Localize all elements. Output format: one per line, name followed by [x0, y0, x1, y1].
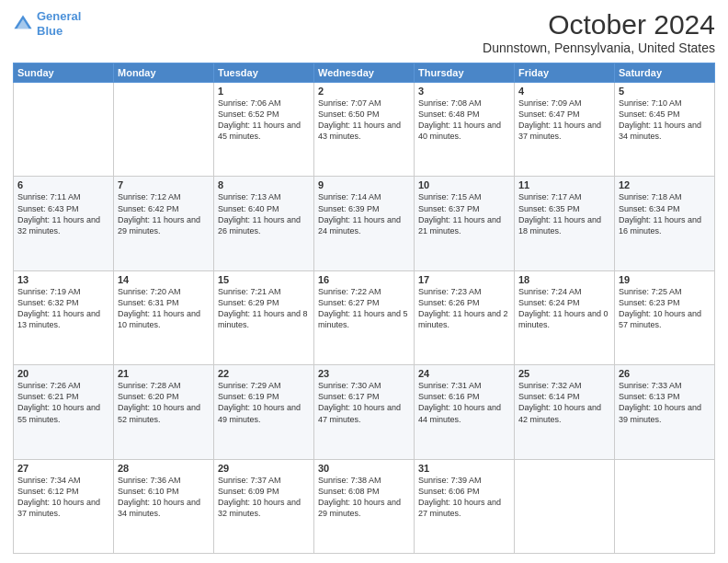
calendar-cell	[615, 459, 715, 553]
day-info: Sunrise: 7:29 AM Sunset: 6:19 PM Dayligh…	[218, 380, 310, 425]
logo-text: General Blue	[37, 9, 81, 38]
calendar-cell: 13Sunrise: 7:19 AM Sunset: 6:32 PM Dayli…	[14, 270, 114, 364]
day-number: 19	[619, 274, 711, 285]
day-number: 10	[418, 179, 510, 190]
day-info: Sunrise: 7:07 AM Sunset: 6:50 PM Dayligh…	[318, 98, 410, 143]
day-info: Sunrise: 7:17 AM Sunset: 6:35 PM Dayligh…	[518, 191, 610, 236]
weekday-header-saturday: Saturday	[615, 63, 715, 83]
day-number: 1	[218, 86, 310, 97]
day-number: 24	[418, 368, 510, 379]
day-number: 29	[218, 463, 310, 474]
day-info: Sunrise: 7:23 AM Sunset: 6:26 PM Dayligh…	[418, 286, 510, 331]
calendar-row-2: 13Sunrise: 7:19 AM Sunset: 6:32 PM Dayli…	[14, 270, 715, 364]
calendar-cell	[515, 459, 615, 553]
day-number: 22	[218, 368, 310, 379]
calendar-cell: 12Sunrise: 7:18 AM Sunset: 6:34 PM Dayli…	[615, 177, 715, 270]
calendar-cell: 17Sunrise: 7:23 AM Sunset: 6:26 PM Dayli…	[415, 270, 515, 364]
calendar-cell: 29Sunrise: 7:37 AM Sunset: 6:09 PM Dayli…	[214, 459, 314, 553]
main-title: October 2024	[483, 9, 715, 40]
day-info: Sunrise: 7:06 AM Sunset: 6:52 PM Dayligh…	[218, 98, 310, 143]
day-info: Sunrise: 7:38 AM Sunset: 6:08 PM Dayligh…	[318, 475, 410, 520]
day-number: 2	[318, 86, 410, 97]
day-info: Sunrise: 7:09 AM Sunset: 6:47 PM Dayligh…	[518, 98, 610, 143]
calendar-cell: 28Sunrise: 7:36 AM Sunset: 6:10 PM Dayli…	[114, 459, 214, 553]
day-info: Sunrise: 7:12 AM Sunset: 6:42 PM Dayligh…	[118, 191, 210, 236]
day-number: 27	[17, 463, 109, 474]
day-info: Sunrise: 7:22 AM Sunset: 6:27 PM Dayligh…	[318, 286, 410, 331]
calendar: SundayMondayTuesdayWednesdayThursdayFrid…	[13, 63, 715, 554]
day-info: Sunrise: 7:30 AM Sunset: 6:17 PM Dayligh…	[318, 380, 410, 425]
day-info: Sunrise: 7:24 AM Sunset: 6:24 PM Dayligh…	[518, 286, 610, 331]
day-info: Sunrise: 7:34 AM Sunset: 6:12 PM Dayligh…	[17, 475, 109, 520]
calendar-cell: 8Sunrise: 7:13 AM Sunset: 6:40 PM Daylig…	[214, 177, 314, 270]
calendar-cell: 10Sunrise: 7:15 AM Sunset: 6:37 PM Dayli…	[415, 177, 515, 270]
weekday-header-row: SundayMondayTuesdayWednesdayThursdayFrid…	[14, 63, 715, 83]
calendar-cell	[14, 83, 114, 177]
day-number: 4	[518, 86, 610, 97]
day-number: 31	[418, 463, 510, 474]
page: General Blue October 2024 Dunnstown, Pen…	[0, 0, 728, 563]
day-number: 17	[418, 274, 510, 285]
day-info: Sunrise: 7:13 AM Sunset: 6:40 PM Dayligh…	[218, 191, 310, 236]
day-number: 21	[118, 368, 210, 379]
day-number: 28	[118, 463, 210, 474]
calendar-cell: 23Sunrise: 7:30 AM Sunset: 6:17 PM Dayli…	[314, 365, 415, 459]
calendar-cell: 11Sunrise: 7:17 AM Sunset: 6:35 PM Dayli…	[515, 177, 615, 270]
weekday-header-wednesday: Wednesday	[314, 63, 415, 83]
day-number: 11	[518, 179, 610, 190]
day-info: Sunrise: 7:28 AM Sunset: 6:20 PM Dayligh…	[118, 380, 210, 425]
header: General Blue October 2024 Dunnstown, Pen…	[13, 9, 715, 55]
day-info: Sunrise: 7:33 AM Sunset: 6:13 PM Dayligh…	[619, 380, 711, 425]
day-info: Sunrise: 7:36 AM Sunset: 6:10 PM Dayligh…	[118, 475, 210, 520]
day-info: Sunrise: 7:18 AM Sunset: 6:34 PM Dayligh…	[619, 191, 711, 236]
calendar-row-4: 27Sunrise: 7:34 AM Sunset: 6:12 PM Dayli…	[14, 459, 715, 553]
day-number: 15	[218, 274, 310, 285]
calendar-cell: 26Sunrise: 7:33 AM Sunset: 6:13 PM Dayli…	[615, 365, 715, 459]
calendar-cell: 14Sunrise: 7:20 AM Sunset: 6:31 PM Dayli…	[114, 270, 214, 364]
title-block: October 2024 Dunnstown, Pennsylvania, Un…	[483, 9, 715, 55]
day-number: 20	[17, 368, 109, 379]
day-info: Sunrise: 7:32 AM Sunset: 6:14 PM Dayligh…	[518, 380, 610, 425]
calendar-cell: 9Sunrise: 7:14 AM Sunset: 6:39 PM Daylig…	[314, 177, 415, 270]
day-info: Sunrise: 7:14 AM Sunset: 6:39 PM Dayligh…	[318, 191, 410, 236]
calendar-cell: 7Sunrise: 7:12 AM Sunset: 6:42 PM Daylig…	[114, 177, 214, 270]
day-number: 12	[619, 179, 711, 190]
day-info: Sunrise: 7:25 AM Sunset: 6:23 PM Dayligh…	[619, 286, 711, 331]
calendar-cell: 27Sunrise: 7:34 AM Sunset: 6:12 PM Dayli…	[14, 459, 114, 553]
day-info: Sunrise: 7:10 AM Sunset: 6:45 PM Dayligh…	[619, 98, 711, 143]
calendar-cell: 21Sunrise: 7:28 AM Sunset: 6:20 PM Dayli…	[114, 365, 214, 459]
day-number: 3	[418, 86, 510, 97]
calendar-cell: 2Sunrise: 7:07 AM Sunset: 6:50 PM Daylig…	[314, 83, 415, 177]
calendar-cell: 15Sunrise: 7:21 AM Sunset: 6:29 PM Dayli…	[214, 270, 314, 364]
logo-line2: Blue	[37, 24, 63, 38]
day-number: 25	[518, 368, 610, 379]
calendar-cell: 25Sunrise: 7:32 AM Sunset: 6:14 PM Dayli…	[515, 365, 615, 459]
calendar-row-1: 6Sunrise: 7:11 AM Sunset: 6:43 PM Daylig…	[14, 177, 715, 270]
day-number: 9	[318, 179, 410, 190]
day-info: Sunrise: 7:31 AM Sunset: 6:16 PM Dayligh…	[418, 380, 510, 425]
calendar-row-3: 20Sunrise: 7:26 AM Sunset: 6:21 PM Dayli…	[14, 365, 715, 459]
day-number: 8	[218, 179, 310, 190]
day-info: Sunrise: 7:08 AM Sunset: 6:48 PM Dayligh…	[418, 98, 510, 143]
weekday-header-friday: Friday	[515, 63, 615, 83]
day-number: 6	[17, 179, 109, 190]
day-number: 14	[118, 274, 210, 285]
logo-line1: General	[37, 9, 81, 23]
day-number: 18	[518, 274, 610, 285]
day-info: Sunrise: 7:37 AM Sunset: 6:09 PM Dayligh…	[218, 475, 310, 520]
day-info: Sunrise: 7:19 AM Sunset: 6:32 PM Dayligh…	[17, 286, 109, 331]
day-info: Sunrise: 7:20 AM Sunset: 6:31 PM Dayligh…	[118, 286, 210, 331]
weekday-header-sunday: Sunday	[14, 63, 114, 83]
day-info: Sunrise: 7:26 AM Sunset: 6:21 PM Dayligh…	[17, 380, 109, 425]
calendar-cell: 1Sunrise: 7:06 AM Sunset: 6:52 PM Daylig…	[214, 83, 314, 177]
calendar-row-0: 1Sunrise: 7:06 AM Sunset: 6:52 PM Daylig…	[14, 83, 715, 177]
calendar-cell: 5Sunrise: 7:10 AM Sunset: 6:45 PM Daylig…	[615, 83, 715, 177]
logo-icon	[13, 14, 33, 34]
day-number: 16	[318, 274, 410, 285]
calendar-cell: 19Sunrise: 7:25 AM Sunset: 6:23 PM Dayli…	[615, 270, 715, 364]
day-info: Sunrise: 7:11 AM Sunset: 6:43 PM Dayligh…	[17, 191, 109, 236]
logo: General Blue	[13, 9, 81, 38]
day-number: 23	[318, 368, 410, 379]
day-number: 26	[619, 368, 711, 379]
subtitle: Dunnstown, Pennsylvania, United States	[483, 40, 715, 55]
